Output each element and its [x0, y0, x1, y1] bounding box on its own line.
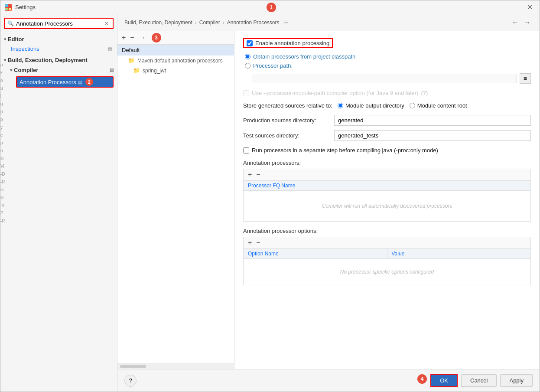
compiler-run-all-text: Compiler will run all automatically disc… [322, 203, 452, 209]
enable-annotation-label: Enable annotation processing [255, 40, 329, 46]
module-output-radio[interactable] [338, 103, 343, 108]
sidebar-item-editor[interactable]: ▾ Editor [0, 34, 117, 44]
remove-processor-button[interactable]: − [128, 33, 136, 42]
processor-spring-jwt-item[interactable]: 📁 spring_jwt [117, 65, 234, 75]
breadcrumb-menu-icon[interactable]: ☰ [284, 20, 288, 26]
add-option-button[interactable]: + [246, 238, 254, 247]
add-processor-button[interactable]: + [120, 33, 127, 42]
editor-label: Editor [8, 36, 24, 42]
value-header: Value [387, 249, 531, 258]
sidebar-item-compiler[interactable]: ▾ Compiler ▤ [0, 65, 117, 75]
remove-option-button[interactable]: − [254, 238, 262, 247]
search-clear-icon[interactable]: ✕ [103, 20, 110, 27]
nav-arrows: ← → [510, 18, 533, 27]
search-box[interactable]: 🔍 ✕ [4, 18, 114, 29]
production-sources-input[interactable] [334, 115, 531, 126]
annotation-processors-table-toolbar: + − [244, 169, 530, 181]
compiler-icon: ▤ [110, 68, 114, 72]
chevron-down-icon: ▾ [4, 37, 6, 42]
processor-path-radio-input[interactable] [245, 63, 250, 69]
app-icon [5, 4, 12, 11]
settings-window: Settings 1 ✕ 🔍 ✕ ▾ Editor Inspections [0, 0, 540, 392]
sidebar-item-annotation-processors[interactable]: Annotation Processors ▤ 2 [0, 75, 117, 89]
processor-fq-name-header: Processor FQ Name [244, 181, 530, 190]
close-button[interactable]: ✕ [524, 2, 535, 12]
badge-3: 3 [152, 33, 161, 42]
use-module-path-label: Use --processor-module-path compiler opt… [252, 90, 418, 96]
module-content-radio-label[interactable]: Module content root [410, 102, 467, 109]
list-toolbar: + − → 3 [117, 31, 234, 45]
module-output-radio-label[interactable]: Module output directory [338, 102, 404, 109]
enable-checkbox-container: Enable annotation processing [243, 38, 333, 48]
svg-rect-3 [9, 8, 11, 10]
annotation-processor-options-section: Annotation processor options: + − Option… [243, 228, 531, 285]
annotation-processors-section-label: Annotation processors: [243, 160, 531, 166]
inspections-icon: ▤ [108, 46, 112, 51]
use-module-path-row: Use --processor-module-path compiler opt… [243, 90, 531, 96]
title-bar: Settings 1 ✕ [0, 0, 540, 14]
config-panel: Enable annotation processing Obtain proc… [234, 31, 540, 369]
compiler-label: Compiler [14, 67, 38, 73]
help-icon[interactable]: (?) [421, 90, 428, 96]
processor-path-input[interactable] [252, 74, 517, 83]
options-table-body: No processor-specific options configured [244, 259, 530, 285]
build-label: Build, Execution, Deployment [8, 57, 87, 63]
processor-source-group: Obtain processors from project classpath… [245, 53, 531, 69]
store-sources-row: Store generated sources relative to: Mod… [243, 102, 531, 109]
use-module-path-checkbox[interactable] [243, 90, 249, 96]
breadcrumb-bar: Build, Execution, Deployment › Compiler … [117, 14, 540, 31]
annotation-proc-icon: ▤ [78, 80, 82, 85]
module-output-label: Module output directory [345, 102, 404, 109]
apply-button[interactable]: Apply [500, 374, 533, 387]
breadcrumb-sep1: › [195, 20, 197, 26]
add-processor-fq-button[interactable]: + [246, 170, 254, 179]
obtain-classpath-radio-input[interactable] [245, 54, 250, 59]
processor-default-item[interactable]: Default [117, 45, 234, 56]
move-processor-button[interactable]: → [137, 33, 147, 42]
right-panel: Build, Execution, Deployment › Compiler … [117, 14, 540, 392]
inspections-label: Inspections [11, 46, 39, 52]
window-title: Settings [15, 4, 264, 10]
annotation-processors-table: + − Processor FQ Name Compiler will run … [243, 169, 531, 222]
horizontal-scrollbar[interactable] [117, 363, 234, 369]
processor-path-radio[interactable]: Processor path: [245, 62, 531, 69]
annotation-processor-options-table: + − Option Name Value No processor-speci… [243, 237, 531, 285]
remove-processor-fq-button[interactable]: − [254, 170, 262, 179]
run-processors-label: Run processors in a separate step before… [252, 147, 438, 154]
enable-annotation-checkbox[interactable] [247, 40, 253, 46]
badge-4: 4 [417, 374, 427, 384]
folder-browse-button[interactable]: ≡ [520, 73, 531, 84]
badge-2: 2 [85, 78, 93, 86]
svg-rect-0 [5, 4, 8, 7]
processor-list: Default 📁 Maven default annotation proce… [117, 45, 234, 363]
module-content-radio[interactable] [410, 103, 415, 108]
sidebar-item-build[interactable]: ▾ Build, Execution, Deployment [0, 55, 117, 65]
back-button[interactable]: ← [510, 18, 520, 27]
chevron-down-icon-3: ▾ [10, 68, 12, 72]
obtain-classpath-radio[interactable]: Obtain processors from project classpath [245, 53, 531, 60]
test-sources-label: Test sources directory: [243, 132, 330, 139]
annotation-processors-section: Annotation processors: + − Processor FQ … [243, 160, 531, 222]
breadcrumb-part1: Build, Execution, Deployment [124, 20, 192, 26]
help-button[interactable]: ? [124, 375, 137, 387]
options-table-toolbar: + − [244, 237, 530, 249]
main-area: 🔍 ✕ ▾ Editor Inspections ▤ ▾ Build, [0, 14, 540, 392]
ok-button[interactable]: OK [430, 374, 458, 387]
cancel-button[interactable]: Cancel [461, 374, 497, 387]
sidebar: 🔍 ✕ ▾ Editor Inspections ▤ ▾ Build, [0, 14, 117, 392]
run-processors-row: Run processors in a separate step before… [243, 147, 531, 154]
store-sources-label: Store generated sources relative to: [243, 102, 332, 109]
no-options-text: No processor-specific options configured [340, 269, 434, 275]
search-input[interactable] [16, 20, 103, 27]
forward-button[interactable]: → [522, 18, 533, 27]
sidebar-item-inspections[interactable]: Inspections ▤ [0, 44, 117, 53]
processor-path-row: ≡ [252, 73, 531, 84]
badge-1: 1 [267, 3, 276, 12]
production-sources-row: Production sources directory: [243, 115, 531, 126]
run-processors-checkbox[interactable] [243, 147, 249, 154]
annotation-processors-table-body: Compiler will run all automatically disc… [244, 191, 530, 221]
test-sources-input[interactable] [334, 130, 531, 141]
option-name-header: Option Name [244, 249, 387, 258]
processor-maven-item[interactable]: 📁 Maven default annotation processors [117, 56, 234, 65]
module-content-label: Module content root [417, 102, 467, 109]
